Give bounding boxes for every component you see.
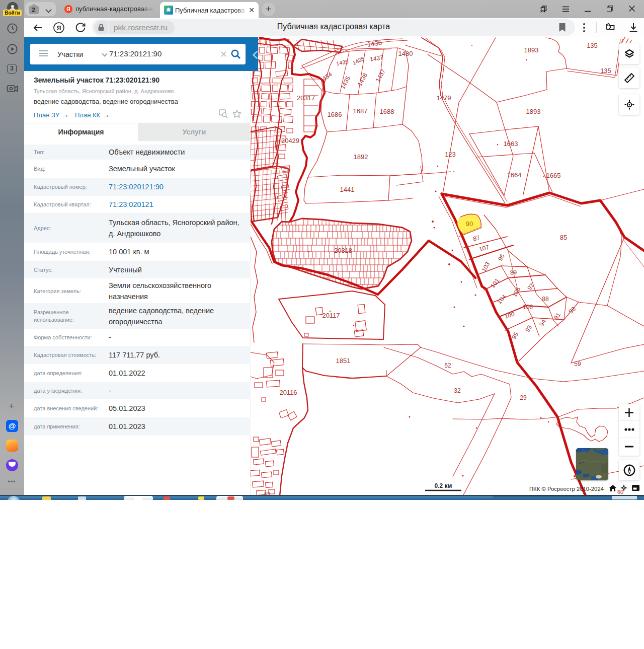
svg-text:1664: 1664 [507,171,522,179]
svg-text:1479: 1479 [437,94,451,102]
svg-text:1687: 1687 [353,107,368,115]
svg-text:20318: 20318 [334,247,352,254]
svg-text:0.2 км: 0.2 км [435,482,452,489]
svg-text:Я: Я [57,25,61,32]
svg-text:135: 135 [600,67,611,75]
svg-text:88: 88 [542,296,549,303]
svg-text:135: 135 [587,42,598,49]
svg-text:106: 106 [523,304,533,311]
svg-text:1688: 1688 [380,108,394,115]
svg-text:20429: 20429 [281,137,299,145]
svg-text:90: 90 [466,220,473,228]
svg-text:59: 59 [574,360,581,368]
svg-text:32: 32 [454,387,461,394]
svg-text:1480: 1480 [398,50,413,57]
svg-text:29: 29 [520,394,527,401]
svg-text:1851: 1851 [336,357,351,365]
svg-text:1441: 1441 [340,186,355,193]
svg-text:1893: 1893 [526,108,541,115]
svg-text:123: 123 [445,151,456,158]
svg-text:85: 85 [560,234,567,241]
svg-text:20116: 20116 [279,389,297,396]
svg-text:59: 59 [264,491,270,495]
svg-text:ПКК © Росреестр 2010-2024: ПКК © Росреестр 2010-2024 [529,486,604,492]
svg-text:52: 52 [444,362,451,369]
svg-text:1892: 1892 [354,153,368,161]
svg-text:1663: 1663 [504,140,518,148]
svg-text:20317: 20317 [297,94,315,102]
svg-text:1893: 1893 [524,46,539,54]
svg-text:1686: 1686 [328,111,342,118]
svg-text:1665: 1665 [546,172,561,179]
svg-text:20117: 20117 [322,312,340,319]
svg-text:89: 89 [510,268,517,276]
